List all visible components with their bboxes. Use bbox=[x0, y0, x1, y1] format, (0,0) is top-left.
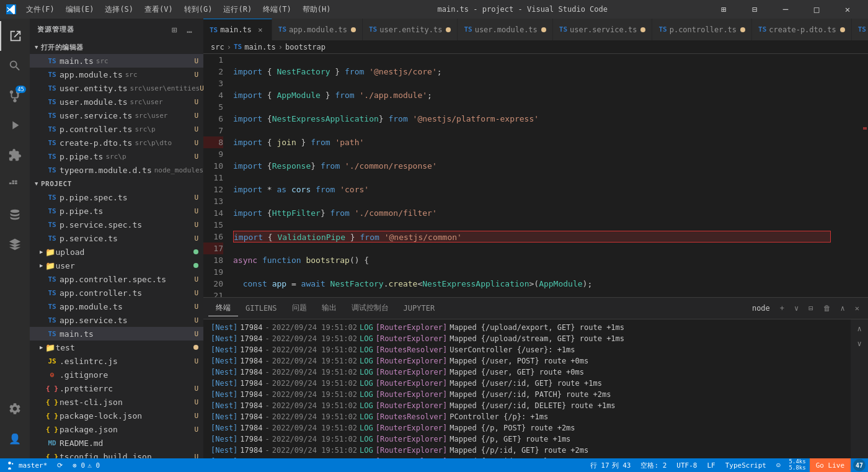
terminal-add-button[interactable]: + bbox=[776, 303, 788, 314]
tab-user-service[interactable]: TS user.service.ts bbox=[553, 19, 653, 40]
status-encoding[interactable]: UTF-8 bbox=[671, 458, 702, 472]
open-file-create-p-dto[interactable]: TS create-p.dto.ts src\p\dto U bbox=[30, 136, 203, 149]
folder-upload[interactable]: ▶ 📁 upload bbox=[30, 245, 203, 259]
minimize-button[interactable]: ─ bbox=[771, 0, 800, 19]
tab-close-button[interactable]: ✕ bbox=[255, 25, 265, 35]
terminal-expand-icon[interactable]: ∧ bbox=[837, 303, 849, 314]
terminal-tab-output[interactable]: 输出 bbox=[314, 300, 344, 316]
tab-app-module[interactable]: TS app.module.ts bbox=[272, 19, 363, 40]
status-bar: master* ⟳ ⊗ 0 ⚠ 0 行 17 列 43 空格: 2 UTF-8 … bbox=[0, 458, 868, 472]
terminal-trash-icon[interactable]: 🗑 bbox=[820, 303, 835, 314]
folder-test[interactable]: ▶ 📁 test bbox=[30, 341, 203, 354]
menu-goto[interactable]: 转到(G) bbox=[179, 3, 218, 16]
breadcrumb-file[interactable]: main.ts bbox=[244, 43, 276, 51]
menu-terminal[interactable]: 终端(T) bbox=[258, 3, 296, 16]
code-content[interactable]: import { NestFactory } from '@nestjs/cor… bbox=[228, 54, 831, 297]
status-sync[interactable]: ⟳ bbox=[52, 458, 68, 472]
menu-edit[interactable]: 编辑(E) bbox=[61, 3, 99, 16]
close-button[interactable]: ✕ bbox=[833, 0, 862, 19]
file-app-controller[interactable]: TS app.controller.ts U bbox=[30, 286, 203, 300]
breadcrumb-src[interactable]: src bbox=[211, 43, 224, 51]
activity-explorer[interactable] bbox=[0, 21, 30, 51]
folder-user[interactable]: ▶ 📁 user bbox=[30, 259, 203, 272]
maximize-button[interactable]: □ bbox=[802, 0, 831, 19]
open-file-p-pipe[interactable]: TS p.pipe.ts src\p U bbox=[30, 149, 203, 163]
layout-icon[interactable]: ⊞ bbox=[709, 0, 738, 19]
menu-run[interactable]: 运行(R) bbox=[218, 3, 257, 16]
open-file-user-module[interactable]: TS user.module.ts src\user U bbox=[30, 95, 203, 109]
status-line-col[interactable]: 行 17 列 43 bbox=[585, 458, 636, 472]
file-app-service[interactable]: TS app.service.ts U bbox=[30, 313, 203, 327]
open-file-app-module[interactable]: TS app.module.ts src U bbox=[30, 68, 203, 81]
file-main-ts[interactable]: TS main.ts U bbox=[30, 327, 203, 341]
terminal-scroll-down-icon[interactable]: ∨ bbox=[852, 337, 867, 350]
terminal-dropdown-icon[interactable]: ∨ bbox=[790, 303, 802, 314]
terminal-tab-gitlens[interactable]: GITLENS bbox=[238, 301, 285, 316]
open-file-p-controller[interactable]: TS p.controller.ts src\p U bbox=[30, 122, 203, 136]
activity-account[interactable]: 👤 bbox=[0, 424, 30, 453]
activity-docker[interactable] bbox=[0, 170, 30, 200]
section-open-editors[interactable]: ▼ 打开的编辑器 bbox=[30, 40, 203, 54]
network-up: 5.8ks bbox=[789, 465, 806, 471]
open-file-typeorm[interactable]: TS typeorm.module.d.ts node_modules\@nes… bbox=[30, 163, 203, 177]
tab-p-pipe[interactable]: TS p.pipe.ts bbox=[852, 19, 868, 40]
open-file-user-service[interactable]: TS user.service.ts src\user U bbox=[30, 109, 203, 122]
status-go-live[interactable]: Go Live bbox=[810, 458, 851, 472]
file-p-pipe-spec[interactable]: TS p.pipe.spec.ts U bbox=[30, 190, 203, 204]
menu-select[interactable]: 选择(S) bbox=[100, 3, 138, 16]
status-spaces[interactable]: 空格: 2 bbox=[636, 458, 671, 472]
status-47[interactable]: 47 bbox=[853, 459, 866, 471]
open-file-main-ts[interactable]: TS main.ts src U bbox=[30, 54, 203, 68]
file-readme[interactable]: MD README.md bbox=[30, 436, 203, 450]
status-errors[interactable]: ⊗ 0 ⚠ 0 bbox=[68, 458, 105, 472]
status-branch[interactable]: master* bbox=[2, 458, 52, 472]
tab-p-controller[interactable]: TS p.controller.ts bbox=[652, 19, 752, 40]
activity-extensions[interactable] bbox=[0, 140, 30, 170]
terminal-content[interactable]: [Nest] 17984 - 2022/09/24 19:51:02 LOG [… bbox=[203, 319, 851, 458]
terminal-tab-problems[interactable]: 问题 bbox=[285, 300, 314, 316]
file-gitignore[interactable]: ⊙ .gitignore bbox=[30, 368, 203, 381]
file-p-pipe[interactable]: TS p.pipe.ts U bbox=[30, 204, 203, 218]
status-language[interactable]: TypeScript bbox=[720, 458, 771, 472]
section-project[interactable]: ▼ PROJECT bbox=[30, 177, 203, 190]
file-app-controller-spec[interactable]: TS app.controller.spec.ts U bbox=[30, 272, 203, 286]
tab-main-ts[interactable]: TS main.ts ✕ bbox=[203, 19, 272, 40]
status-feedback[interactable]: ☺ bbox=[771, 458, 786, 472]
terminal-tab-terminal[interactable]: 终端 bbox=[208, 300, 238, 316]
file-package-lock[interactable]: { } package-lock.json U bbox=[30, 409, 203, 422]
activity-run[interactable] bbox=[0, 110, 30, 140]
code-editor[interactable]: 12345 67 8 910111213 141516 17 18192021 … bbox=[203, 54, 831, 297]
terminal-scroll-up-icon[interactable]: ∧ bbox=[852, 322, 867, 336]
menu-view[interactable]: 查看(V) bbox=[140, 3, 178, 16]
activity-settings[interactable] bbox=[0, 394, 30, 424]
new-file-icon[interactable]: ⊞ bbox=[169, 24, 181, 36]
tab-create-p-dto[interactable]: TS create-p.dto.ts bbox=[752, 19, 852, 40]
log-line: [Nest] 17984 - 2022/09/24 19:51:02 LOG [… bbox=[211, 434, 843, 445]
terminal-split-icon[interactable]: ⊟ bbox=[805, 303, 817, 314]
status-line-ending[interactable]: LF bbox=[702, 458, 720, 472]
terminal-close-icon[interactable]: ✕ bbox=[851, 303, 863, 314]
file-p-service[interactable]: TS p.service.ts U bbox=[30, 231, 203, 245]
menu-bar[interactable]: 文件(F) 编辑(E) 选择(S) 查看(V) 转到(G) 运行(R) 终端(T… bbox=[21, 3, 336, 16]
activity-source-control[interactable]: 45 bbox=[0, 81, 30, 110]
file-app-module[interactable]: TS app.module.ts U bbox=[30, 300, 203, 313]
activity-database[interactable] bbox=[0, 200, 30, 229]
file-eslintrc[interactable]: JS .eslintrc.js U bbox=[30, 354, 203, 368]
terminal-tab-jupyter[interactable]: JUPYTER bbox=[396, 301, 443, 316]
tab-user-entity[interactable]: TS user.entity.ts bbox=[363, 19, 458, 40]
menu-help[interactable]: 帮助(H) bbox=[298, 3, 336, 16]
activity-search[interactable] bbox=[0, 51, 30, 81]
file-tsconfig-build[interactable]: { } tsconfig.build.json U bbox=[30, 450, 203, 458]
activity-layers[interactable] bbox=[0, 229, 30, 259]
breadcrumb-function[interactable]: bootstrap bbox=[285, 43, 326, 51]
split-icon[interactable]: ⊟ bbox=[740, 0, 769, 19]
menu-file[interactable]: 文件(F) bbox=[21, 3, 60, 16]
file-prettierrc[interactable]: { } .prettierrc U bbox=[30, 381, 203, 395]
new-folder-icon[interactable]: … bbox=[184, 24, 196, 36]
open-file-user-entity[interactable]: TS user.entity.ts src\user\entities U bbox=[30, 81, 203, 95]
file-nest-cli[interactable]: { } nest-cli.json U bbox=[30, 395, 203, 409]
file-package[interactable]: { } package.json U bbox=[30, 422, 203, 436]
terminal-tab-debug[interactable]: 调试控制台 bbox=[344, 300, 396, 316]
tab-user-module[interactable]: TS user.module.ts bbox=[458, 19, 552, 40]
file-p-service-spec[interactable]: TS p.service.spec.ts U bbox=[30, 218, 203, 231]
